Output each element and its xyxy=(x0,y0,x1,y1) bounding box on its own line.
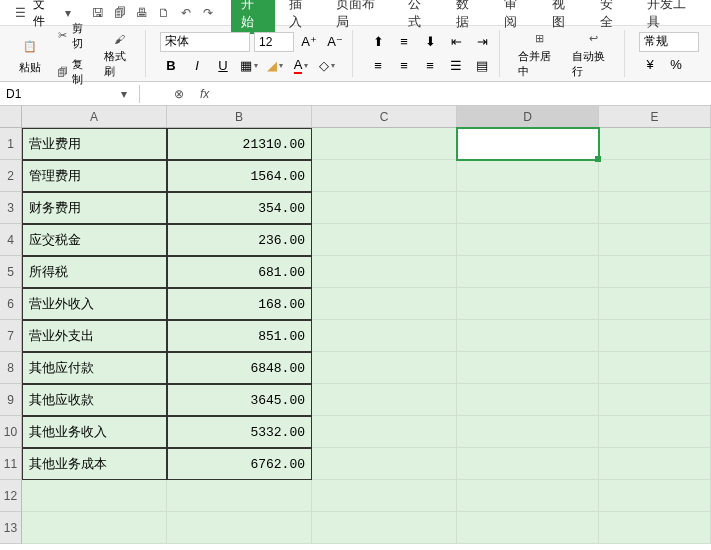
merge-center-button[interactable]: ⊞ 合并居中 xyxy=(514,27,564,81)
bold-button[interactable]: B xyxy=(160,55,182,77)
cell-C1[interactable] xyxy=(312,128,457,160)
align-right-button[interactable]: ≡ xyxy=(419,55,441,77)
align-top-button[interactable]: ⬆ xyxy=(367,31,389,53)
cell-E6[interactable] xyxy=(599,288,711,320)
redo-icon[interactable]: ↷ xyxy=(199,4,217,22)
cell-A7[interactable]: 营业外支出 xyxy=(22,320,167,352)
cell-E9[interactable] xyxy=(599,384,711,416)
cell-D4[interactable] xyxy=(457,224,599,256)
cell-D9[interactable] xyxy=(457,384,599,416)
col-header-E[interactable]: E xyxy=(599,106,711,128)
cell-A12[interactable] xyxy=(22,480,167,512)
tab-page-layout[interactable]: 页面布局 xyxy=(326,0,394,34)
paste-button[interactable]: 📋 粘贴 xyxy=(12,30,48,77)
cell-E1[interactable] xyxy=(599,128,711,160)
align-middle-button[interactable]: ≡ xyxy=(393,31,415,53)
cell-D10[interactable] xyxy=(457,416,599,448)
cell-B2[interactable]: 1564.00 xyxy=(167,160,312,192)
cell-A8[interactable]: 其他应付款 xyxy=(22,352,167,384)
row-header-3[interactable]: 3 xyxy=(0,192,22,224)
cell-D1[interactable] xyxy=(457,128,599,160)
currency-button[interactable]: ¥ xyxy=(639,54,661,76)
auto-wrap-button[interactable]: ↩ 自动换行 xyxy=(568,27,618,81)
cell-style-button[interactable]: ◇ xyxy=(316,55,338,77)
justify-button[interactable]: ☰ xyxy=(445,55,467,77)
cell-E11[interactable] xyxy=(599,448,711,480)
cell-C12[interactable] xyxy=(312,480,457,512)
tab-start[interactable]: 开始 xyxy=(231,0,275,34)
indent-increase-button[interactable]: ⇥ xyxy=(471,31,493,53)
border-button[interactable]: ▦ xyxy=(238,55,260,77)
cell-B4[interactable]: 236.00 xyxy=(167,224,312,256)
row-header-7[interactable]: 7 xyxy=(0,320,22,352)
cell-A5[interactable]: 所得税 xyxy=(22,256,167,288)
cell-E8[interactable] xyxy=(599,352,711,384)
col-header-D[interactable]: D xyxy=(457,106,599,128)
row-header-13[interactable]: 13 xyxy=(0,512,22,544)
row-header-11[interactable]: 11 xyxy=(0,448,22,480)
row-header-1[interactable]: 1 xyxy=(0,128,22,160)
cancel-icon[interactable]: ⊗ xyxy=(170,85,188,103)
cell-B7[interactable]: 851.00 xyxy=(167,320,312,352)
cell-D2[interactable] xyxy=(457,160,599,192)
cell-grid[interactable]: 营业费用21310.00管理费用1564.00财务费用354.00应交税金236… xyxy=(22,128,711,544)
cell-C8[interactable] xyxy=(312,352,457,384)
cell-A6[interactable]: 营业外收入 xyxy=(22,288,167,320)
italic-button[interactable]: I xyxy=(186,55,208,77)
row-header-6[interactable]: 6 xyxy=(0,288,22,320)
name-box[interactable]: ▾ xyxy=(0,85,140,103)
tab-formula[interactable]: 公式 xyxy=(398,0,442,34)
cell-C6[interactable] xyxy=(312,288,457,320)
row-header-2[interactable]: 2 xyxy=(0,160,22,192)
cell-C7[interactable] xyxy=(312,320,457,352)
tab-insert[interactable]: 插入 xyxy=(279,0,323,34)
row-header-12[interactable]: 12 xyxy=(0,480,22,512)
cell-E5[interactable] xyxy=(599,256,711,288)
decrease-font-button[interactable]: A⁻ xyxy=(324,31,346,53)
cell-C2[interactable] xyxy=(312,160,457,192)
cell-C4[interactable] xyxy=(312,224,457,256)
cell-A4[interactable]: 应交税金 xyxy=(22,224,167,256)
row-header-10[interactable]: 10 xyxy=(0,416,22,448)
cell-D8[interactable] xyxy=(457,352,599,384)
cell-B3[interactable]: 354.00 xyxy=(167,192,312,224)
distribute-button[interactable]: ▤ xyxy=(471,55,493,77)
cell-C9[interactable] xyxy=(312,384,457,416)
cell-D3[interactable] xyxy=(457,192,599,224)
cell-A2[interactable]: 管理费用 xyxy=(22,160,167,192)
row-header-5[interactable]: 5 xyxy=(0,256,22,288)
font-size-select[interactable] xyxy=(254,32,294,52)
cell-E13[interactable] xyxy=(599,512,711,544)
row-header-8[interactable]: 8 xyxy=(0,352,22,384)
indent-decrease-button[interactable]: ⇤ xyxy=(445,31,467,53)
cell-B6[interactable]: 168.00 xyxy=(167,288,312,320)
underline-button[interactable]: U xyxy=(212,55,234,77)
cell-D7[interactable] xyxy=(457,320,599,352)
cell-A1[interactable]: 营业费用 xyxy=(22,128,167,160)
cell-D11[interactable] xyxy=(457,448,599,480)
cell-E3[interactable] xyxy=(599,192,711,224)
cell-A3[interactable]: 财务费用 xyxy=(22,192,167,224)
fx-icon[interactable]: fx xyxy=(200,87,209,101)
cell-B8[interactable]: 6848.00 xyxy=(167,352,312,384)
row-header-9[interactable]: 9 xyxy=(0,384,22,416)
increase-font-button[interactable]: A⁺ xyxy=(298,31,320,53)
copy-button[interactable]: 🗐复制 xyxy=(52,55,96,89)
cell-E10[interactable] xyxy=(599,416,711,448)
chevron-down-icon[interactable]: ▾ xyxy=(115,85,133,103)
cell-B1[interactable]: 21310.00 xyxy=(167,128,312,160)
tab-dev-tools[interactable]: 开发工具 xyxy=(637,0,705,34)
font-color-button[interactable]: A xyxy=(290,55,312,77)
cell-B10[interactable]: 5332.00 xyxy=(167,416,312,448)
cell-A11[interactable]: 其他业务成本 xyxy=(22,448,167,480)
cell-D13[interactable] xyxy=(457,512,599,544)
format-painter-button[interactable]: 🖌 格式刷 xyxy=(100,27,139,81)
col-header-C[interactable]: C xyxy=(312,106,457,128)
name-box-input[interactable] xyxy=(6,87,86,101)
fill-color-button[interactable]: ◢ xyxy=(264,55,286,77)
cell-A13[interactable] xyxy=(22,512,167,544)
cell-B5[interactable]: 681.00 xyxy=(167,256,312,288)
cell-A9[interactable]: 其他应收款 xyxy=(22,384,167,416)
cell-C11[interactable] xyxy=(312,448,457,480)
cell-D12[interactable] xyxy=(457,480,599,512)
